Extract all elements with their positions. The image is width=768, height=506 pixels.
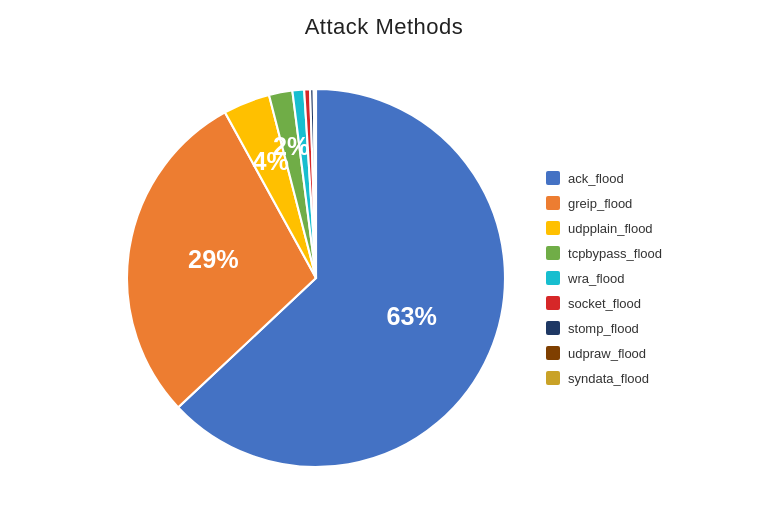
legend-item-udpraw_flood: udpraw_flood bbox=[546, 346, 662, 361]
legend-item-wra_flood: wra_flood bbox=[546, 271, 662, 286]
pie-label: 63% bbox=[386, 302, 436, 330]
pie-chart: 63%29%4%2% bbox=[106, 68, 526, 488]
legend-item-udpplain_flood: udpplain_flood bbox=[546, 221, 662, 236]
legend-color-wra_flood bbox=[546, 271, 560, 285]
legend-color-syndata_flood bbox=[546, 371, 560, 385]
pie-label: 2% bbox=[273, 132, 309, 160]
chart-body: 63%29%4%2% ack_floodgreip_floodudpplain_… bbox=[0, 50, 768, 506]
legend-label-socket_flood: socket_flood bbox=[568, 296, 641, 311]
legend-color-udpplain_flood bbox=[546, 221, 560, 235]
legend-label-greip_flood: greip_flood bbox=[568, 196, 632, 211]
legend-item-ack_flood: ack_flood bbox=[546, 171, 662, 186]
slice-syndata_flood bbox=[315, 89, 316, 278]
legend-label-stomp_flood: stomp_flood bbox=[568, 321, 639, 336]
legend-label-tcpbypass_flood: tcpbypass_flood bbox=[568, 246, 662, 261]
legend-label-syndata_flood: syndata_flood bbox=[568, 371, 649, 386]
legend-label-udpplain_flood: udpplain_flood bbox=[568, 221, 653, 236]
chart-title: Attack Methods bbox=[305, 14, 464, 40]
legend-color-socket_flood bbox=[546, 296, 560, 310]
pie-label: 29% bbox=[188, 245, 238, 273]
legend-label-wra_flood: wra_flood bbox=[568, 271, 624, 286]
legend-item-greip_flood: greip_flood bbox=[546, 196, 662, 211]
legend-label-ack_flood: ack_flood bbox=[568, 171, 624, 186]
legend-item-syndata_flood: syndata_flood bbox=[546, 371, 662, 386]
legend-item-stomp_flood: stomp_flood bbox=[546, 321, 662, 336]
legend-label-udpraw_flood: udpraw_flood bbox=[568, 346, 646, 361]
chart-legend: ack_floodgreip_floodudpplain_floodtcpbyp… bbox=[546, 171, 662, 386]
legend-color-udpraw_flood bbox=[546, 346, 560, 360]
legend-color-greip_flood bbox=[546, 196, 560, 210]
legend-color-ack_flood bbox=[546, 171, 560, 185]
legend-item-tcpbypass_flood: tcpbypass_flood bbox=[546, 246, 662, 261]
chart-container: Attack Methods 63%29%4%2% ack_floodgreip… bbox=[0, 0, 768, 506]
legend-color-stomp_flood bbox=[546, 321, 560, 335]
legend-item-socket_flood: socket_flood bbox=[546, 296, 662, 311]
legend-color-tcpbypass_flood bbox=[546, 246, 560, 260]
